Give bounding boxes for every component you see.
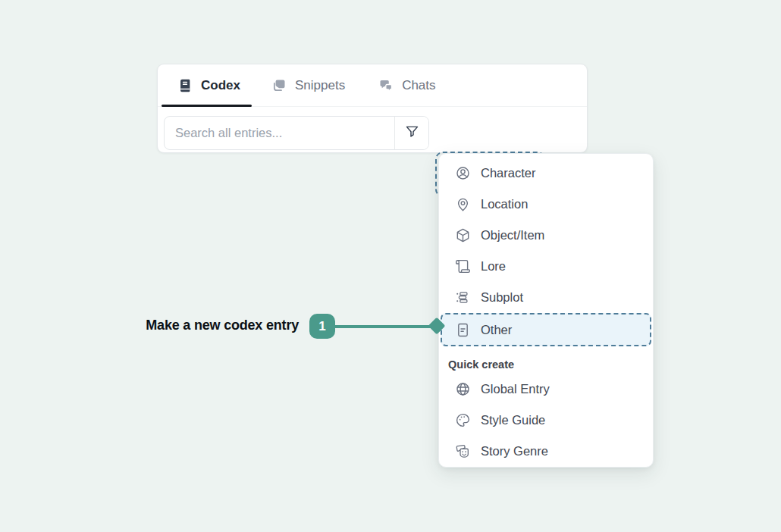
menu-item-character[interactable]: Character: [439, 158, 653, 189]
globe-icon: [455, 381, 471, 397]
tab-codex[interactable]: Codex: [158, 64, 252, 106]
menu-item-location[interactable]: Location: [439, 189, 653, 220]
menu-item-global-entry[interactable]: Global Entry: [439, 374, 653, 405]
menu-item-lore[interactable]: Lore: [439, 251, 653, 282]
menu-item-style-guide[interactable]: Style Guide: [439, 405, 653, 436]
scroll-icon: [455, 258, 471, 274]
tab-snippets-label: Snippets: [295, 78, 345, 93]
menu-item-label: Lore: [481, 259, 506, 274]
annotation-connector-line: [334, 325, 435, 328]
menu-item-label: Global Entry: [481, 382, 550, 396]
menu-item-other[interactable]: Other: [441, 313, 651, 346]
toolbar: New Entry: [158, 107, 587, 152]
chats-icon: [378, 78, 394, 93]
filter-button[interactable]: [394, 117, 428, 149]
page: Codex Snippets Chats: [0, 0, 781, 532]
tab-codex-label: Codex: [201, 78, 240, 93]
menu-item-label: Location: [481, 197, 528, 211]
tab-chats-label: Chats: [402, 78, 435, 93]
menu-item-story-genre[interactable]: Story Genre: [439, 436, 653, 467]
menu-item-label: Story Genre: [481, 444, 548, 458]
menu-item-label: Style Guide: [481, 413, 545, 427]
quick-create-header: Quick create: [439, 355, 653, 374]
filter-icon: [404, 124, 420, 142]
tab-bar: Codex Snippets Chats: [158, 64, 587, 107]
document-icon: [455, 322, 471, 338]
map-pin-icon: [455, 196, 471, 212]
codex-panel: Codex Snippets Chats: [157, 64, 588, 153]
menu-item-label: Object/Item: [481, 228, 544, 243]
tab-snippets[interactable]: Snippets: [271, 64, 345, 106]
search-input[interactable]: [165, 117, 394, 149]
annotation-label: Make a new codex entry: [114, 318, 299, 333]
book-icon: [177, 78, 193, 93]
annotation-step-badge: 1: [309, 314, 335, 339]
menu-item-label: Subplot: [481, 290, 523, 305]
search-group: [164, 116, 429, 150]
menu-item-subplot[interactable]: Subplot: [439, 282, 653, 313]
snippets-icon: [271, 78, 287, 93]
menu-item-label: Other: [481, 323, 512, 337]
menu-item-object-item[interactable]: Object/Item: [439, 220, 653, 251]
tab-chats[interactable]: Chats: [378, 64, 435, 106]
subplot-list-icon: [455, 289, 471, 305]
user-circle-icon: [455, 165, 471, 181]
palette-icon: [455, 412, 471, 428]
theater-masks-icon: [455, 443, 471, 459]
menu-item-label: Character: [481, 166, 535, 180]
new-entry-dropdown: Character Location Object/Item: [438, 153, 654, 468]
cube-icon: [455, 227, 471, 243]
